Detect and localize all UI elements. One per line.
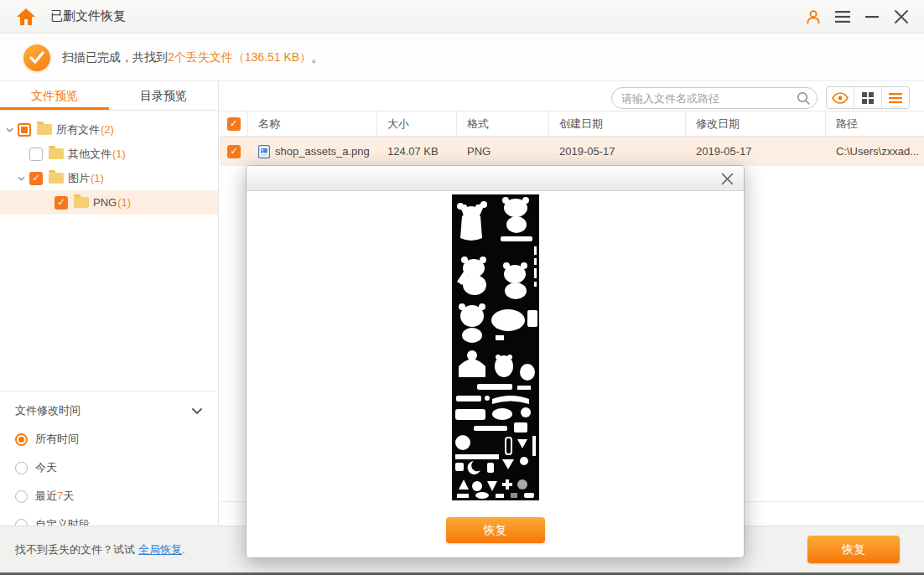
folder-icon [49,173,64,184]
col-created[interactable]: 创建日期 [549,111,686,136]
search-box [611,87,818,109]
hint-suffix: . [182,543,185,556]
home-icon [16,8,36,26]
caret-down-icon[interactable] [3,127,15,132]
close-icon [721,173,734,185]
scan-text-highlight: 2个丢失文件（136.51 KB） [168,50,311,64]
cell-modified: 2019-05-17 [686,145,826,158]
window-controls [804,8,924,26]
tree-count: (1) [91,172,104,184]
caret-down-icon[interactable] [15,176,27,181]
radio-all-time[interactable]: 所有时间 [15,432,202,447]
checkbox-partial[interactable] [18,123,31,137]
modified-time-filter: 文件修改时间 所有时间 今天 最近7天 自定义时段 [0,391,217,532]
col-path[interactable]: 路径 [826,111,924,136]
col-name[interactable]: 名称 [248,111,377,136]
tree-item-other-files[interactable]: 其他文件 (1) [0,142,218,166]
eye-icon [832,92,849,104]
select-all-cell: ✓ [220,111,248,136]
tree-count: (1) [112,148,126,160]
checkbox-checked[interactable]: ✓ [29,172,43,185]
scan-text-prefix: 扫描已完成，共找到 [62,50,168,64]
radio-today[interactable]: 今天 [15,460,202,475]
app-window: 已删文件恢复 [0,0,924,575]
cell-size: 124.07 KB [377,145,457,158]
tab-directory-preview[interactable]: 目录预览 [109,81,218,110]
checkbox-unchecked[interactable] [29,148,43,161]
tab-file-preview[interactable]: 文件预览 [0,81,109,110]
cell-name: shop_assets_a.png [248,145,377,158]
view-switcher [826,86,910,109]
scan-status-banner: 扫描已完成，共找到2个丢失文件（136.51 KB）。 [0,34,924,81]
minimize-icon [865,11,879,23]
folder-icon [74,197,89,208]
table-header: ✓ 名称 大小 格式 创建日期 修改日期 路径 [220,111,924,137]
folder-icon [37,124,52,135]
tree-label: 所有文件 [56,122,100,137]
folder-icon [49,148,64,159]
tree-label: 其他文件 [68,147,112,162]
close-window-button[interactable] [892,8,911,26]
radio-icon [15,462,28,474]
cell-path: C:\Users\zxxad... [826,145,924,158]
cell-format: PNG [457,145,549,158]
radio-label: 最近7天 [35,489,74,504]
select-all-checkbox[interactable]: ✓ [227,117,241,131]
dialog-recover-button[interactable]: 恢复 [446,517,545,543]
file-table: ✓ 名称 大小 格式 创建日期 修改日期 路径 ✓ shop_assets [220,111,924,166]
menu-icon [835,11,850,23]
chevron-down-icon [192,408,202,414]
preview-image [452,194,539,500]
radio-last-7-days[interactable]: 最近7天 [15,489,202,504]
radio-selected-icon [15,433,28,446]
tree-count: (2) [101,123,114,136]
global-recovery-link[interactable]: 全局恢复 [138,543,182,556]
col-format[interactable]: 格式 [457,111,549,136]
preview-toggle-button[interactable] [827,87,854,108]
global-recovery-hint: 找不到丢失的文件？试试全局恢复. [15,542,185,557]
sidebar-tabs: 文件预览 目录预览 [0,81,218,111]
tree-item-all-files[interactable]: 所有文件 (2) [0,117,218,142]
radio-label: 所有时间 [35,432,79,447]
cell-created: 2019-05-17 [549,145,686,158]
row-checkbox[interactable]: ✓ [227,145,241,158]
filter-header[interactable]: 文件修改时间 [15,403,202,418]
sidebar: 文件预览 目录预览 所有文件 (2) 其他文件 (1) [0,81,219,526]
recover-button[interactable]: 恢复 [807,536,900,563]
grid-view-icon [862,92,874,104]
title-bar: 已删文件恢复 [0,0,924,34]
filter-title: 文件修改时间 [15,403,80,418]
page-title: 已删文件恢复 [50,8,126,24]
scan-status-text: 扫描已完成，共找到2个丢失文件（136.51 KB）。 [62,50,323,65]
tree-item-png[interactable]: ✓ PNG (1) [0,190,218,215]
col-modified[interactable]: 修改日期 [686,111,826,136]
tree-label: PNG [93,196,117,209]
search-input[interactable] [611,87,818,109]
close-icon [895,10,908,23]
home-button[interactable] [15,7,37,27]
search-icon [796,91,811,106]
tree-label: 图片 [68,171,90,186]
account-icon [805,8,822,25]
file-tree: 所有文件 (2) 其他文件 (1) ✓ 图片 (1) ✓ [0,111,218,215]
file-name: shop_assets_a.png [275,145,370,158]
list-view-button[interactable] [882,87,909,108]
dialog-close-button[interactable] [719,170,735,187]
check-circle-icon [23,44,50,71]
row-checkbox-cell: ✓ [220,145,248,158]
col-size[interactable]: 大小 [377,111,457,136]
preview-dialog: 恢复 [246,165,745,558]
checkbox-checked[interactable]: ✓ [55,196,68,210]
minimize-button[interactable] [863,8,881,26]
account-button[interactable] [804,8,823,26]
grid-view-button[interactable] [854,87,882,108]
table-row[interactable]: ✓ shop_assets_a.png 124.07 KB PNG 2019-0… [220,137,924,166]
radio-label: 今天 [35,460,57,475]
image-file-icon [258,145,270,158]
list-view-icon [889,93,902,103]
tree-item-pictures[interactable]: ✓ 图片 (1) [0,166,218,190]
hint-text: 找不到丢失的文件？试试 [15,543,135,556]
menu-button[interactable] [833,8,852,26]
radio-icon [15,490,28,503]
preview-dialog-header[interactable] [247,166,744,191]
